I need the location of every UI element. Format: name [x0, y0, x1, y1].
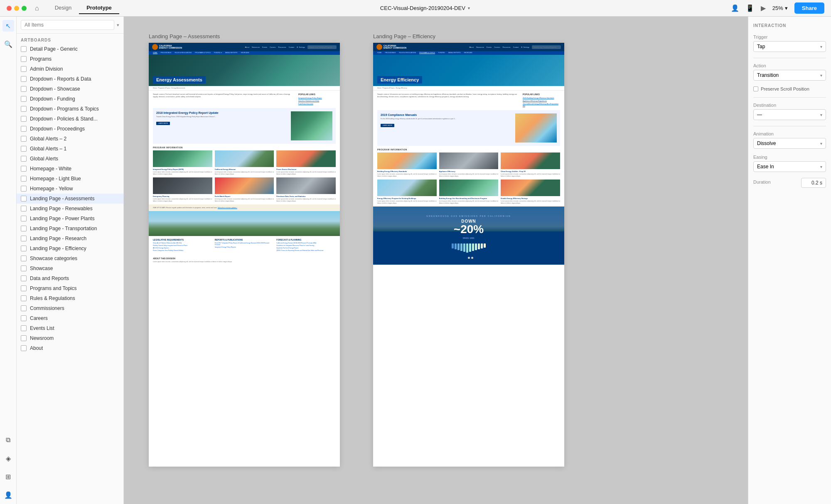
popular-link-eff-1[interactable]: Appliance Efficiency Regulations	[523, 100, 560, 102]
footer-link[interactable]: Publicly Owned Utility Integrated and Re…	[153, 245, 212, 246]
select-tool[interactable]: ↖	[2, 20, 14, 32]
play-icon[interactable]: ▶	[761, 4, 766, 12]
subnav-proceedings-eff[interactable]: PROCEEDINGS	[385, 52, 396, 54]
nav-newsroom-eff[interactable]: Newsroom	[476, 46, 484, 48]
subnav-proceedings[interactable]: PROCEEDINGS	[161, 52, 172, 54]
nav-about[interactable]: About	[245, 46, 249, 48]
footer-link[interactable]: AB 2514 Energy System...	[153, 247, 212, 249]
sidebar-item-landing-renewables[interactable]: Landing Page - Renewables	[17, 204, 123, 214]
sidebar-item-detail-page[interactable]: Detail Page - Generic	[17, 44, 123, 54]
user-icon[interactable]: 👤	[731, 4, 739, 12]
subnav-funding[interactable]: FUNDING ▾	[214, 52, 222, 54]
popular-link-2[interactable]: Fuel Price Overview	[298, 103, 336, 105]
subnav-rules-eff[interactable]: RULES & REGULATIONS	[399, 52, 416, 54]
nav-about-eff[interactable]: About	[469, 46, 473, 48]
sidebar-item-homepage-white[interactable]: Homepage - White	[17, 164, 123, 174]
assets-icon[interactable]: ⊞	[2, 471, 14, 482]
dot-1[interactable]	[465, 257, 467, 259]
preserve-scroll-checkbox[interactable]	[753, 86, 758, 91]
action-select[interactable]: Transition ▾	[753, 70, 826, 81]
sidebar-item-about[interactable]: About	[17, 343, 123, 353]
subnav-home-eff[interactable]: HOME	[377, 52, 382, 54]
device-icon[interactable]: 📱	[746, 4, 754, 12]
artboard-content-efficiency[interactable]: CALIFORNIAENERGY COMMISSION About Newsro…	[373, 43, 564, 467]
popular-link-1[interactable]: Gasoline Statistics and Data	[298, 100, 336, 102]
sidebar-item-dropdown-showcase[interactable]: Dropdown - Showcase	[17, 84, 123, 94]
subnav-home[interactable]: HOME	[153, 52, 157, 54]
card-existing-buildings[interactable]: Energy Efficiency Program for Existing B…	[377, 179, 437, 204]
sidebar-item-dropdown-funding[interactable]: Dropdown - Funding	[17, 94, 123, 104]
nav-resources[interactable]: Resources	[278, 46, 286, 48]
sidebar-item-homepage-lightblue[interactable]: Homepage - Light Blue	[17, 174, 123, 184]
sidebar-item-programs[interactable]: Programs	[17, 54, 123, 64]
footer-link[interactable]: Power Categories from Publicly Owned Uti…	[153, 250, 212, 251]
sidebar-item-careers[interactable]: Careers	[17, 313, 123, 323]
nav-resources-eff[interactable]: Resources	[503, 46, 511, 48]
share-button[interactable]: Share	[794, 2, 824, 14]
easing-select[interactable]: Ease In ▾	[753, 161, 826, 172]
sidebar-item-newsroom[interactable]: Newsroom	[17, 333, 123, 343]
sidebar-item-dropdown-policies[interactable]: Dropdown - Policies & Stand...	[17, 114, 123, 124]
card-power-source[interactable]: Power Source Disclosure Lorem ipsum dolo…	[276, 150, 336, 175]
sidebar-item-showcase-categories[interactable]: Showcase categories	[17, 253, 123, 263]
footer-link[interactable]: California Energy Demand 2018-2030 Revis…	[276, 242, 336, 244]
nav-careers[interactable]: Careers	[270, 46, 275, 48]
nav-settings[interactable]: ⚙ Settings	[297, 46, 305, 48]
dot-2[interactable]	[468, 257, 470, 259]
footer-link[interactable]: Guidelines for Integrated Resource Plans…	[276, 245, 336, 246]
home-icon[interactable]: ⌂	[35, 5, 39, 12]
popular-link-eff-2[interactable]: The California Energy Efficiency Act (Pr…	[523, 103, 560, 107]
nav-careers-eff[interactable]: Careers	[494, 46, 500, 48]
card-almanac[interactable]: California Energy Almanac Lorem ipsum do…	[215, 150, 274, 175]
sidebar-item-landing-research[interactable]: Landing Page - Research	[17, 234, 123, 243]
sidebar-item-global-alerts[interactable]: Global Alerts	[17, 154, 123, 164]
subscribe-link[interactable]: Subscribe to receive updates ›	[218, 207, 237, 209]
title-caret-icon[interactable]: ▾	[468, 6, 470, 10]
footer-link[interactable]: Integrated Energy Policy Reports	[215, 246, 274, 248]
learn-more-button-eff[interactable]: LEARN MORE	[381, 124, 394, 127]
sidebar-item-admin[interactable]: Admin Division	[17, 64, 123, 74]
footer-link[interactable]: Clean Air & Pollution Reduction Act (SB …	[153, 242, 212, 244]
search-input[interactable]	[21, 20, 114, 30]
sidebar-item-landing-efficiency[interactable]: Landing Page - Efficiency	[17, 243, 123, 253]
subnav-data-eff[interactable]: DATA & REPORTS	[448, 52, 461, 54]
sidebar-item-programs-topics[interactable]: Programs and Topics	[17, 283, 123, 293]
trigger-select[interactable]: Tap ▾	[753, 41, 826, 52]
duration-value[interactable]: 0.2 s	[801, 178, 826, 188]
sidebar-item-commissioners[interactable]: Commissioners	[17, 303, 123, 313]
sidebar-item-global-alerts-1[interactable]: Global Alerts – 1	[17, 144, 123, 154]
sidebar-item-dropdown-proceedings[interactable]: Dropdown - Proceedings	[17, 124, 123, 134]
popular-link-eff-0[interactable]: 2025 Building Energy Efficiency Standard…	[523, 97, 560, 99]
close-button[interactable]	[7, 6, 12, 11]
card-double-savings[interactable]: Double Energy Efficiency Savings Lorem i…	[501, 179, 560, 204]
sidebar-item-landing-transportation[interactable]: Landing Page - Transportation	[17, 224, 123, 234]
card-prop39[interactable]: Clean Energy Job Act - Prop 39 Lorem ips…	[501, 152, 560, 177]
zoom-control[interactable]: 25% ▾	[772, 5, 788, 11]
subnav-funding-eff[interactable]: FUNDING	[438, 52, 445, 54]
card-building-standards[interactable]: Building Energy Efficiency Standards Lor…	[377, 152, 437, 177]
card-fuels[interactable]: Fuels Watch Report Lorem ipsum dolor sit…	[215, 177, 274, 202]
components-icon[interactable]: ◈	[2, 452, 14, 464]
footer-link[interactable]: QFER: Forms for Reporting Electric and N…	[276, 250, 336, 251]
sidebar-item-dropdown-programs[interactable]: Dropdown - Programs & Topics	[17, 104, 123, 114]
page-search-input-eff[interactable]	[532, 45, 561, 49]
subnav-data[interactable]: DATA & REPORTS	[225, 52, 238, 54]
subnav-showcase[interactable]: SHOWCASE	[241, 52, 249, 54]
page-search-input[interactable]	[307, 45, 337, 49]
sidebar-item-rules[interactable]: Rules & Regulations	[17, 293, 123, 303]
nav-contact-eff[interactable]: Contact	[513, 46, 519, 48]
minimize-button[interactable]	[14, 6, 19, 11]
nav-events-eff[interactable]: Events	[487, 46, 492, 48]
subnav-rules[interactable]: RULES & REGULATIONS	[175, 52, 192, 54]
learn-more-button[interactable]: LEARN MORE	[156, 122, 170, 125]
popular-link-0[interactable]: Integrated Energy Policy Report	[298, 97, 336, 99]
footer-link[interactable]: Quarterly Fuel and Energy Report	[276, 247, 336, 249]
zoom-caret-icon[interactable]: ▾	[785, 5, 788, 11]
card-emergency[interactable]: Emergency Planning Lorem ipsum dolor sit…	[153, 177, 212, 202]
sidebar-item-data-reports[interactable]: Data and Reports	[17, 273, 123, 283]
card-petroleum[interactable]: Petroleum Data, Facts, and Statistics Lo…	[276, 177, 336, 202]
nav-events[interactable]: Events	[262, 46, 267, 48]
nav-settings-eff[interactable]: ⚙ Settings	[521, 46, 529, 48]
tab-prototype[interactable]: Prototype	[79, 2, 119, 14]
sidebar-item-global-alerts-2[interactable]: Global Alerts – 2	[17, 134, 123, 144]
